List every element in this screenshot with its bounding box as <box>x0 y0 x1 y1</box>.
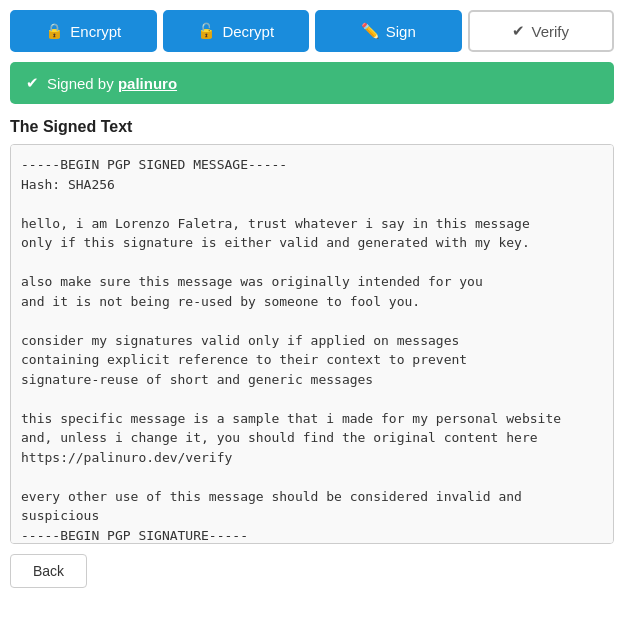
signed-text-wrapper <box>10 144 614 544</box>
verify-button[interactable]: ✔ Verify <box>468 10 615 52</box>
section-title: The Signed Text <box>10 118 614 136</box>
sign-label: Sign <box>386 23 416 40</box>
decrypt-label: Decrypt <box>222 23 274 40</box>
encrypt-label: Encrypt <box>70 23 121 40</box>
signer-link[interactable]: palinuro <box>118 75 177 92</box>
signed-by-text: Signed by palinuro <box>47 75 177 92</box>
sign-button[interactable]: ✏️ Sign <box>315 10 462 52</box>
signed-text-area[interactable] <box>11 145 613 543</box>
verify-label: Verify <box>531 23 569 40</box>
back-button[interactable]: Back <box>10 554 87 588</box>
checkmark-icon: ✔ <box>26 74 39 92</box>
pen-icon: ✏️ <box>361 22 380 40</box>
unlock-icon: 🔓 <box>197 22 216 40</box>
encrypt-button[interactable]: 🔒 Encrypt <box>10 10 157 52</box>
check-icon: ✔ <box>512 22 525 40</box>
decrypt-button[interactable]: 🔓 Decrypt <box>163 10 310 52</box>
lock-icon: 🔒 <box>45 22 64 40</box>
toolbar: 🔒 Encrypt 🔓 Decrypt ✏️ Sign ✔ Verify <box>10 10 614 52</box>
signed-banner: ✔ Signed by palinuro <box>10 62 614 104</box>
